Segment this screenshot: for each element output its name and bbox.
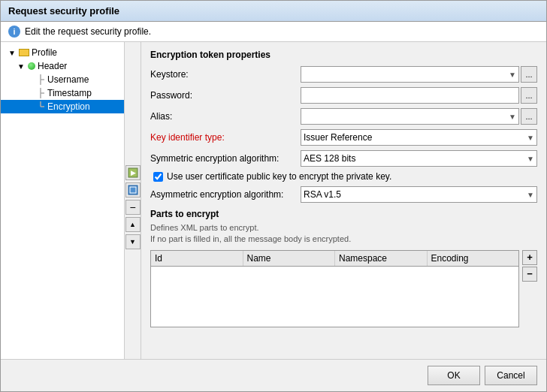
parts-desc-line2: If no part is filled in, all the message… [150,234,351,243]
tree-label-username: Username [47,74,89,85]
ok-button[interactable]: OK [428,366,480,385]
section-title: Encryption token properties [150,50,537,60]
checkbox-row: Use user certificate public key to encry… [150,171,537,182]
keystore-select[interactable] [301,66,519,83]
col-name: Name [243,251,336,266]
password-row: Password: ... [150,87,537,104]
parts-section: Parts to encrypt Defines XML parts to en… [150,209,537,327]
password-input[interactable] [301,87,519,104]
col-id: Id [151,251,243,266]
parts-table-wrap: Id Name Namespace Encoding + − [150,250,537,327]
image-icon-1: ▶ [128,167,138,178]
symmetric-select[interactable]: AES 128 bits [301,150,537,167]
col-encoding: Encoding [428,251,519,266]
expander-header: ▼ [17,62,26,71]
sidebar-item-header[interactable]: ▼ Header [1,59,124,73]
tree-label-encryption: Encryption [47,101,90,112]
key-identifier-select-wrapper: Issuer Reference ▼ [301,129,537,146]
asymmetric-control: RSA v1.5 ▼ [301,186,537,203]
key-identifier-select[interactable]: Issuer Reference [301,129,537,146]
parts-table-body [151,267,518,327]
request-security-profile-dialog: Request security profile i Edit the requ… [0,0,547,392]
keystore-dots-button[interactable]: ... [521,66,537,83]
key-identifier-row: Key identifier type: Issuer Reference ▼ [150,129,537,146]
subtitle-text: Edit the request security profile. [25,26,151,37]
toolbar-icon-btn-down[interactable]: ▼ [125,234,141,249]
use-certificate-label: Use user certificate public key to encry… [167,171,391,182]
cancel-button[interactable]: Cancel [485,366,537,385]
dialog-body: ▼ Profile ▼ Header Username Timestamp [1,42,546,359]
sidebar-item-encryption[interactable]: Encryption [1,100,124,113]
password-dots-button[interactable]: ... [521,87,537,104]
line-icon-username [37,74,44,85]
main-content: Encryption token properties Keystore: ▼ … [141,42,546,359]
alias-row: Alias: ▼ ... [150,108,537,125]
keystore-control: ▼ ... [301,66,537,83]
alias-control: ▼ ... [301,108,537,125]
alias-dots-button[interactable]: ... [521,108,537,125]
sidebar-item-timestamp[interactable]: Timestamp [1,86,124,100]
parts-desc-line1: Defines XML parts to encrypt. [150,223,259,232]
parts-table-header: Id Name Namespace Encoding [151,251,518,267]
line-icon-encryption [37,101,44,112]
symmetric-label: Symmetric encryption algorithm: [150,153,301,164]
dialog-footer: OK Cancel [1,359,546,391]
svg-text:▶: ▶ [130,169,135,176]
dialog-title: Request security profile [1,1,546,22]
password-label: Password: [150,90,301,101]
parts-add-button[interactable]: + [522,250,537,265]
green-dot-icon [28,62,35,70]
info-icon: i [8,26,20,38]
asymmetric-row: Asymmetric encryption algorithm: RSA v1.… [150,186,537,203]
parts-desc: Defines XML parts to encrypt. If no part… [150,222,537,246]
parts-header: Parts to encrypt [150,209,537,219]
sidebar-item-username[interactable]: Username [1,73,124,86]
asymmetric-label: Asymmetric encryption algorithm: [150,189,301,200]
tree-panel: ▼ Profile ▼ Header Username Timestamp [1,42,125,359]
keystore-label: Keystore: [150,69,301,80]
symmetric-select-wrapper: AES 128 bits ▼ [301,150,537,167]
line-icon-timestamp [37,88,44,98]
key-identifier-control: Issuer Reference ▼ [301,129,537,146]
col-namespace: Namespace [335,251,428,266]
mid-toolbar: ▶ − ▲ ▼ [125,42,141,359]
toolbar-icon-btn-1[interactable]: ▶ [125,165,141,180]
parts-actions: + − [522,250,537,327]
sidebar-item-profile[interactable]: ▼ Profile [1,46,124,59]
tree-label-profile: Profile [32,47,57,58]
key-identifier-label: Key identifier type: [150,132,301,143]
keystore-select-wrapper: ▼ [301,66,519,83]
password-control: ... [301,87,537,104]
asymmetric-select-wrapper: RSA v1.5 ▼ [301,186,537,203]
asymmetric-select[interactable]: RSA v1.5 [301,186,537,203]
tree-label-timestamp: Timestamp [47,88,92,98]
parts-remove-button[interactable]: − [522,267,537,282]
parts-table: Id Name Namespace Encoding [150,250,519,327]
toolbar-icon-btn-minus[interactable]: − [125,200,141,215]
toolbar-icon-btn-up[interactable]: ▲ [125,217,141,232]
alias-label: Alias: [150,111,301,122]
alias-select-wrapper: ▼ [301,108,519,125]
expander-profile: ▼ [8,49,17,57]
dialog-subtitle: i Edit the request security profile. [1,22,546,42]
symmetric-control: AES 128 bits ▼ [301,150,537,167]
toolbar-icon-btn-2[interactable] [125,182,141,198]
image-icon-2 [128,185,138,195]
alias-select[interactable] [301,108,519,125]
symmetric-row: Symmetric encryption algorithm: AES 128 … [150,150,537,167]
tree-label-header: Header [38,61,67,71]
use-certificate-checkbox[interactable] [153,172,163,182]
keystore-row: Keystore: ▼ ... [150,66,537,83]
folder-icon [19,49,29,56]
